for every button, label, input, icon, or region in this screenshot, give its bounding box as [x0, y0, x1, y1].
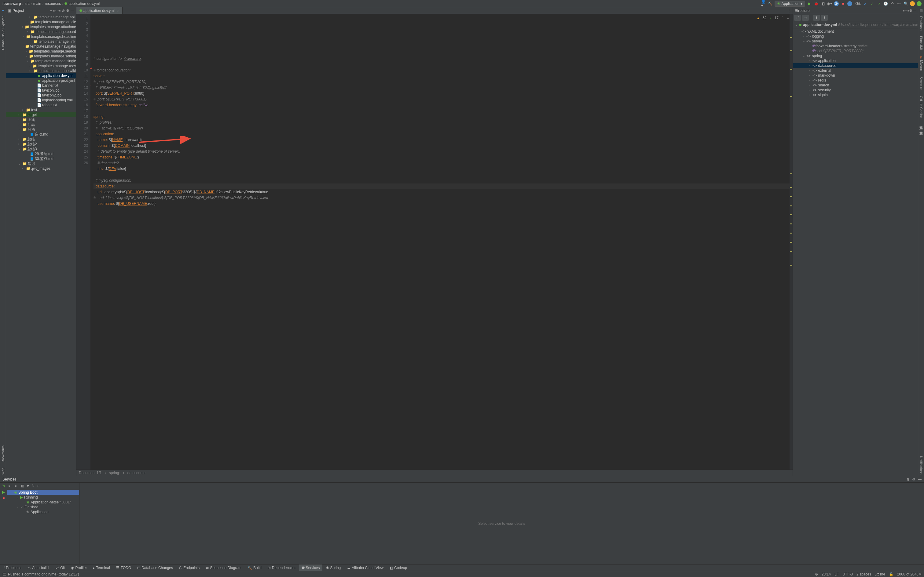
structure-item[interactable]: ›<>external [793, 68, 918, 73]
debug-icon[interactable]: 🐞 [814, 1, 819, 6]
collapse-all-icon[interactable]: ⇥ [57, 8, 60, 13]
structure-item[interactable]: ›<>redis [793, 78, 918, 83]
chevron-down-icon[interactable]: ⌄ [787, 15, 790, 21]
web-tab[interactable]: Web [1, 466, 5, 475]
expand-all-icon[interactable]: ⇤ [903, 8, 906, 13]
structure-item[interactable]: ›<>logging [793, 34, 918, 39]
tree-item[interactable]: ›📁templates.manage.navigatio [6, 44, 76, 49]
project-tree[interactable]: ›📁templates.manage.api›📁templates.manage… [6, 14, 76, 475]
error-stripe[interactable] [790, 14, 793, 469]
file-encoding[interactable]: UTF-8 [842, 572, 853, 576]
breadcrumb-item[interactable]: resources [45, 2, 61, 6]
git-push-icon[interactable]: ↗ [876, 1, 881, 6]
breadcrumb-item[interactable]: application-dev.yml [68, 2, 100, 6]
tree-item[interactable]: ›📁templates.manage.board [6, 29, 76, 34]
tree-item[interactable]: 📄favicon.ico [6, 88, 76, 93]
actions-icon[interactable] [847, 1, 852, 6]
inspection-widget[interactable]: ▲52 ✓17 ⌃ ⌄ [756, 15, 790, 21]
tree-item[interactable]: 📄banner.txt [6, 83, 76, 88]
vcs-status-icon[interactable]: 🗖 [2, 572, 6, 576]
tongyi-tab[interactable]: 通义灵码 [919, 122, 923, 124]
tree-item[interactable]: ›📁templates.manage.headline [6, 34, 76, 39]
indent-settings[interactable]: 2 spaces [856, 572, 871, 576]
git-branch[interactable]: ⎇ me [875, 572, 885, 576]
tree-item[interactable]: ›📁templates.manage.api [6, 15, 76, 19]
hammer-icon[interactable]: 🔨 [768, 1, 773, 6]
autoscroll-from-icon[interactable]: ⇉ [802, 15, 809, 21]
structure-item[interactable]: ›<>datasource [793, 63, 918, 68]
hide-icon[interactable]: — [913, 8, 916, 13]
profile-icon[interactable]: ◉▾ [827, 1, 832, 6]
structure-tab[interactable]: Structure [919, 76, 923, 92]
tree-item[interactable]: ›📁templates.manage.article [6, 19, 76, 24]
search-icon[interactable]: 🔍 [903, 1, 908, 6]
tree-item[interactable]: ⌄📁笔记 [6, 161, 76, 166]
read-only-indicator[interactable]: 🔒 [889, 572, 893, 576]
hide-icon[interactable]: — [71, 8, 74, 13]
tree-item[interactable]: 📄robots.txt [6, 103, 76, 108]
filter-icon[interactable]: ▼ [26, 484, 30, 488]
rerun-icon[interactable]: ↻ [2, 484, 5, 488]
service-tree-item[interactable]: ⌄✓Finished [7, 504, 79, 509]
tree-item[interactable]: ⌄📁总结3 [6, 147, 76, 152]
gear-icon[interactable]: ⚙ [66, 8, 69, 13]
sort-icon[interactable]: ↓ᴬ [794, 15, 801, 21]
gear-icon[interactable]: ⚙ [909, 8, 913, 13]
close-icon[interactable]: × [117, 8, 119, 13]
structure-tree[interactable]: ⌄<>YAML document›<>logging⌄<>serverⓟforw… [793, 28, 918, 475]
tree-item[interactable]: ›📁target [6, 112, 76, 117]
expand-all-icon[interactable]: ⇤ [53, 8, 56, 13]
extensions-tab[interactable]: 扩展商店 [919, 127, 923, 130]
editor-tab[interactable]: ⬣ application-dev.yml × [76, 7, 123, 14]
plantuml-tab[interactable]: PlantUML [919, 35, 923, 52]
structure-item[interactable]: ›<>markdown [793, 73, 918, 78]
bottom-tab-alibaba-cloud-view[interactable]: ☁Alibaba Cloud View [344, 564, 386, 571]
code-with-me-icon[interactable]: ⚮ [897, 1, 901, 6]
database-tab[interactable]: Database [919, 15, 923, 32]
coverage-icon[interactable]: ◧ [821, 1, 825, 6]
structure-tool-icon[interactable]: ▤ [920, 8, 922, 12]
bottom-tab-endpoints[interactable]: ⬡Endpoints [177, 564, 202, 571]
structure-item[interactable]: ›<>search [793, 83, 918, 88]
tree-item[interactable]: ›📁templates.manage.wiki [6, 68, 76, 73]
structure-item[interactable]: ⌄<>YAML document [793, 29, 918, 34]
service-tree-item[interactable]: ❀Application-netself :8081/ [7, 500, 79, 504]
user-icon[interactable]: 👤▾ [761, 1, 766, 6]
autoscroll-to-icon[interactable]: ⬆ [813, 15, 820, 21]
structure-item[interactable]: ⓟforward-headers-strategynative [793, 44, 918, 48]
project-panel-title[interactable]: Project [13, 8, 49, 13]
add-service-icon[interactable]: + [37, 484, 39, 488]
group-icon[interactable]: ⊞ [21, 484, 24, 488]
tree-item[interactable]: 📘30.鉴权.md [6, 156, 76, 161]
git-rollback-icon[interactable]: ↶ [890, 1, 895, 6]
plugin-icon[interactable] [917, 1, 922, 6]
bottom-tab-profiler[interactable]: ◉Profiler [68, 564, 89, 571]
service-tree-item[interactable]: ⌄❀Spring Boot [7, 490, 79, 495]
run-config-dropdown[interactable]: ❀ Application ▾ [775, 1, 805, 7]
restore-layout-icon[interactable]: ⊕ [906, 477, 909, 482]
hide-icon[interactable]: — [918, 477, 922, 482]
notifications-tab[interactable]: Notifications [919, 455, 923, 475]
bottom-tab-services[interactable]: ⬣Services [299, 564, 322, 571]
git-commit-icon[interactable]: ✓ [870, 1, 874, 6]
bottom-tab-problems[interactable]: !Problems [1, 564, 24, 571]
tree-item[interactable]: ⬣application-prod.yml [6, 78, 76, 83]
line-separator[interactable]: LF [835, 572, 839, 576]
git-update-icon[interactable]: ↙ [863, 1, 868, 6]
github-copilot-tab[interactable]: GitHub Copilot [919, 95, 923, 119]
editor-breadcrumbs[interactable]: Document 1/1› spring:› datasource: [76, 469, 793, 475]
service-tree-item[interactable]: ❀Application [7, 509, 79, 514]
bottom-tab-spring[interactable]: ❀Spring [323, 564, 343, 571]
tree-item[interactable]: ›📁.jwt_images [6, 166, 76, 171]
services-tree[interactable]: ⌄❀Spring Boot⌄▶Running❀Application-netse… [7, 489, 79, 564]
tree-item[interactable]: ›📁templates.manage.setting [6, 54, 76, 59]
tree-item[interactable]: ›📁templates.manage.attachme [6, 24, 76, 29]
tag-icon[interactable]: ⚐ [31, 484, 35, 488]
tree-item[interactable]: 📄favicon2.ico [6, 93, 76, 98]
chevron-up-icon[interactable]: ⌃ [781, 15, 784, 21]
bottom-tab-sequence-diagram[interactable]: ⇄Sequence Diagram [203, 564, 244, 571]
collapse-all-icon[interactable]: ⇥ [906, 8, 909, 13]
run-anything-icon[interactable]: ⟳ [834, 1, 839, 6]
tree-item[interactable]: ›📁产品 [6, 122, 76, 127]
collapse-all-icon[interactable]: ⇥ [13, 484, 16, 488]
